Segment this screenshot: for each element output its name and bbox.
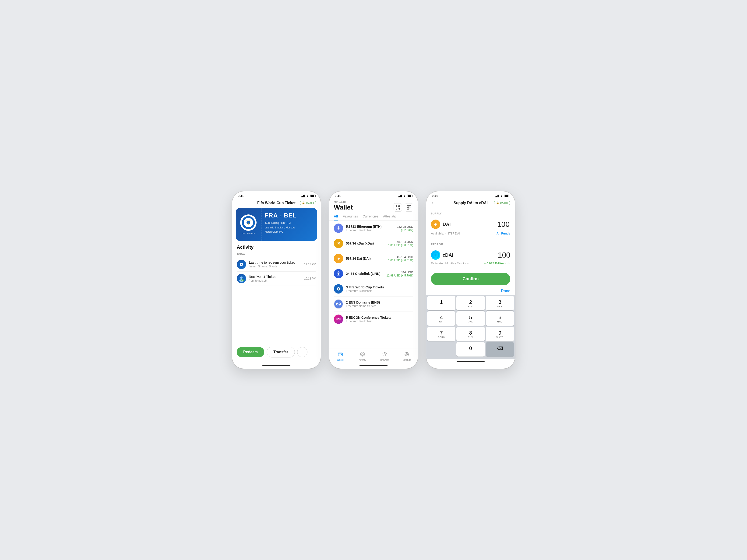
activity-time-2: 10:13 PM	[304, 277, 316, 280]
asset-item-eth[interactable]: 5.6733 Ethereum (ETH) Ethereum Blockchai…	[334, 221, 413, 236]
key-6[interactable]: 6MNO	[486, 311, 514, 326]
fifa-name: 3 Fifa World Cup Tickets	[346, 285, 410, 289]
link-icon	[334, 269, 343, 278]
done-row: Done	[426, 289, 515, 295]
key-backspace[interactable]: ⌫	[486, 342, 514, 356]
ticket-details: 14/06/2018 | 06:00 PM Luzhniki Stadium, …	[265, 221, 314, 234]
supply-amount-value: 100	[497, 220, 510, 229]
nav-browser[interactable]: Browser	[374, 351, 396, 362]
redeem-button[interactable]: Redeem	[237, 347, 264, 357]
dai-usd: 457.34 USD	[388, 255, 413, 259]
key-4[interactable]: 4GHI	[427, 311, 456, 326]
done-button[interactable]: Done	[501, 289, 510, 293]
receive-token-name: cDAI	[443, 252, 453, 258]
wifi-icon-1: ▲	[306, 194, 309, 197]
tab-currencies[interactable]: Currencies	[363, 214, 379, 220]
key-0[interactable]: 0	[456, 342, 485, 356]
dai-icon: ◈	[334, 254, 343, 263]
activity-nav-icon	[360, 352, 365, 358]
ticket-club: Match Club, MO	[265, 230, 314, 234]
ticket-venue: Luzhniki Stadium, Moscow	[265, 225, 314, 230]
activity-sub-2: from tomek.eth	[249, 279, 301, 282]
home-indicator-1	[262, 365, 290, 366]
activity-time-1: 11:13 PM	[304, 263, 316, 266]
asset-item-xdai[interactable]: ✕ 567.34 xDai (xDai) 457.34 USD 1.01 USD…	[334, 236, 413, 251]
fifa-logo: FIFA WORLD CUP	[240, 214, 257, 231]
key-5[interactable]: 5JKL	[456, 311, 485, 326]
key-8[interactable]: 8TUV	[456, 327, 485, 341]
tab-favourites[interactable]: Favourites	[343, 214, 358, 220]
fifa-ticket-icon	[334, 284, 343, 294]
nav-wallet[interactable]: Wallet	[329, 351, 351, 362]
svg-rect-18	[399, 206, 400, 207]
cdai-icon: c	[431, 250, 440, 260]
ens-info: 2 ENS Domains (ENS) Ethereum Name Servic…	[346, 300, 410, 308]
qr-button[interactable]	[405, 203, 413, 212]
transfer-button[interactable]: Transfer	[266, 347, 295, 357]
svg-marker-39	[338, 272, 339, 275]
activity-icon	[360, 352, 365, 357]
all-funds-button[interactable]: All Funds	[496, 232, 510, 235]
scan-icon	[396, 205, 400, 210]
more-button[interactable]: ···	[297, 347, 307, 357]
tab-attestatic[interactable]: Attestatic	[383, 214, 396, 220]
back-button-1[interactable]: ←	[237, 201, 241, 205]
svg-rect-30	[410, 208, 411, 208]
dai-change: 1.01 USD (+ 0.01%)	[388, 259, 413, 262]
link-change: 12.98 USD (+ 5.79%)	[387, 274, 413, 277]
earnings-label: Estimated Monthly Earnings:	[431, 262, 469, 265]
svg-rect-26	[408, 206, 408, 207]
key-9[interactable]: 9WXYZ	[486, 327, 514, 341]
svg-text:FIFA: FIFA	[247, 218, 250, 220]
confirm-button[interactable]: Confirm	[431, 273, 510, 285]
asset-list: 5.6733 Ethereum (ETH) Ethereum Blockchai…	[329, 221, 418, 349]
p1-header: ← Fifa World Cup Ticket 🔒 aw.app	[232, 198, 321, 208]
available-text: Available: 4.3787 DAI	[431, 232, 460, 235]
browser-icon	[382, 352, 387, 357]
settings-nav-icon	[404, 352, 409, 358]
svg-point-59	[406, 353, 408, 355]
home-indicator-2	[360, 365, 387, 366]
eth-usd: 232.98 USD	[396, 225, 413, 229]
p1-actions: Redeem Transfer ···	[232, 343, 321, 363]
wifi-icon-2: ▲	[403, 194, 406, 197]
bottom-nav: Wallet Activity	[329, 349, 418, 363]
asset-item-ens[interactable]: 2 ENS Domains (ENS) Ethereum Name Servic…	[334, 297, 413, 312]
key-3[interactable]: 3DEF	[486, 296, 514, 310]
svg-text:WORLD CUP: WORLD CUP	[246, 220, 251, 221]
svg-point-10	[240, 276, 242, 279]
xdai-icon: ✕	[334, 239, 343, 248]
supply-token-info: ◈ DAI	[431, 219, 450, 229]
activity-avatar-2: ✓	[237, 274, 246, 283]
key-1[interactable]: 1	[427, 296, 456, 310]
activity-title: Activity	[237, 244, 316, 250]
battery-icon-1	[310, 195, 315, 197]
dai-info: 567.34 Dai (DAI)	[346, 257, 385, 261]
asset-item-edcon[interactable]: 5 EDCON Conference Tickets Ethereum Bloc…	[334, 312, 413, 327]
today-label: TODAY	[237, 253, 316, 256]
asset-item-fifa[interactable]: 3 Fifa World Cup Tickets Ethereum Blockc…	[334, 282, 413, 297]
asset-item-link[interactable]: 24.34 Chainlink (LINK) 344 USD 12.98 USD…	[334, 266, 413, 282]
asset-item-dai[interactable]: ◈ 567.34 Dai (DAI) 457.34 USD 1.01 USD (…	[334, 251, 413, 266]
aw-badge-3: 🔒 aw.app	[494, 201, 510, 205]
activity-avatar-1	[237, 260, 246, 269]
phone-1: 9:41 ▲ ← Fifa World Cup Ticket 🔒 aw.app	[232, 191, 321, 369]
key-7[interactable]: 7PQRS	[427, 327, 456, 341]
edcon-name: 5 EDCON Conference Tickets	[346, 316, 410, 319]
p3-title: Supply DAI to cDAI	[454, 201, 488, 205]
key-2[interactable]: 2ABC	[456, 296, 485, 310]
fifa-logo-svg: FIFA WORLD CUP	[241, 216, 255, 230]
wallet-icon	[338, 352, 343, 357]
nav-activity[interactable]: Activity	[351, 351, 374, 362]
back-button-3[interactable]: ←	[431, 201, 435, 205]
supply-row: ◈ DAI 100	[431, 218, 510, 232]
avatar-svg-2: ✓	[238, 275, 245, 282]
scan-button[interactable]	[393, 203, 402, 212]
battery-icon-3	[504, 195, 509, 197]
tab-all[interactable]: All	[334, 214, 338, 220]
nav-settings[interactable]: Settings	[396, 351, 418, 362]
status-time-2: 9:41	[335, 194, 341, 197]
ticket-right: FRA - BEL 14/06/2018 | 06:00 PM Luzhniki…	[261, 208, 317, 241]
svg-marker-53	[362, 353, 363, 355]
link-values: 344 USD 12.98 USD (+ 5.79%)	[387, 270, 413, 277]
